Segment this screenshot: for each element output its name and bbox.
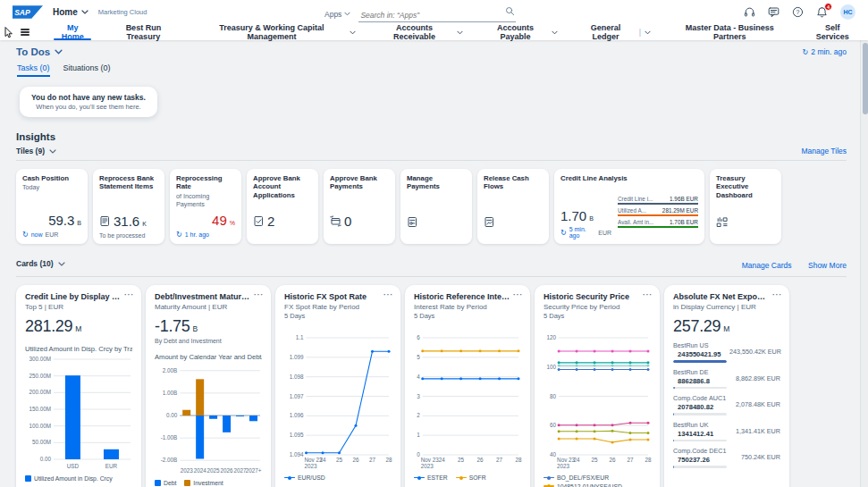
legend-marker — [456, 477, 467, 479]
tile-footer-text: To be processed — [99, 232, 145, 239]
nav-tab-general-ledger[interactable]: General Ledger| — [568, 24, 661, 40]
chart-legend: BO_DEL/FSX/EUR1048512-01/NYSE/USD1048512… — [544, 474, 651, 487]
chevron-down-icon — [552, 30, 558, 35]
scrollbar-thumb[interactable] — [863, 43, 868, 114]
card-kpi: -1.75B — [155, 317, 262, 336]
todo-tab-tasks-0-[interactable]: Tasks (0) — [17, 63, 50, 77]
overflow-menu-button[interactable]: ⋯ — [513, 289, 524, 300]
feedback-icon[interactable] — [768, 6, 780, 18]
todos-refresh-time: 2 min. ago — [811, 47, 847, 56]
insight-card[interactable]: Historic Reference Interest Rate⋯Interes… — [405, 285, 530, 487]
nav-tab-self-services[interactable]: Self Services — [798, 24, 866, 40]
card-timeframe: 5 Days — [544, 312, 651, 320]
svg-text:1: 1 — [417, 432, 420, 438]
tile-footer-text: EUR — [46, 231, 59, 238]
card-subtitle: FX Spot Rate by Period — [284, 303, 392, 311]
nav-tab-best-run-treasury[interactable]: Best Run Treasury — [99, 24, 187, 40]
show-more-link[interactable]: Show More — [808, 261, 847, 270]
help-icon[interactable]: ? — [792, 6, 804, 18]
nav-tab-treasury-working-capital-management[interactable]: Treasury & Working Capital Management — [187, 24, 366, 40]
tile-footer-text: EUR — [598, 230, 611, 236]
cards-group-toggle[interactable]: Cards (10) — [16, 259, 65, 268]
chevron-down-icon — [350, 30, 356, 35]
svg-text:24: 24 — [574, 457, 581, 463]
todos-title[interactable]: To Dos — [16, 46, 63, 57]
tile[interactable]: Credit Line Analysis1.70B↻5 min. agoEURC… — [554, 169, 704, 244]
legend-marker — [544, 477, 554, 479]
side-navigation-toggle[interactable] — [18, 29, 32, 35]
svg-text:3: 3 — [417, 393, 420, 399]
todo-tab-situations-0-[interactable]: Situations (0) — [63, 63, 111, 77]
svg-text:2025: 2025 — [207, 467, 221, 474]
insight-card[interactable]: Credit Line by Display Currency⋯Top 5 | … — [16, 285, 141, 487]
insight-card[interactable]: Historic FX Spot Rate⋯FX Spot Rate by Pe… — [275, 285, 400, 487]
tile[interactable]: Reprocessing Rateof Incoming Payments49%… — [170, 169, 241, 244]
tile[interactable]: Approve Bank Account Applications2 — [247, 169, 318, 244]
nav-tab-master-data-business-partners[interactable]: Master Data - Business Partners — [661, 24, 798, 40]
svg-text:60: 60 — [550, 422, 557, 428]
tile[interactable]: Reprocess Bank Statement Items31.6KTo be… — [93, 169, 164, 244]
svg-text:50.00M: 50.00M — [32, 439, 51, 445]
todos-refresh-button[interactable]: ↻ 2 min. ago — [803, 47, 847, 56]
legend-marker — [184, 480, 190, 486]
svg-text:1.096: 1.096 — [290, 412, 304, 418]
overflow-menu-button[interactable]: ⋯ — [772, 289, 783, 300]
card-title: Historic Security Price — [544, 292, 651, 301]
exposure-company: BestRun US — [673, 341, 727, 349]
legend-label: BO_DEL/FSX/EUR — [557, 474, 609, 481]
legend-label: Investment — [193, 480, 223, 486]
exposure-bar-fill — [673, 466, 674, 468]
manage-tiles-link[interactable]: Manage Tiles — [801, 147, 847, 155]
scrollbar[interactable] — [860, 40, 868, 487]
notifications-button[interactable]: 4 — [816, 6, 828, 18]
search-bar[interactable]: Apps — [324, 5, 516, 22]
tile[interactable]: Treasury Executive Dashboard — [710, 169, 781, 244]
card-subtitle: Security Price by Period — [544, 303, 651, 311]
search-input[interactable] — [358, 10, 516, 22]
refresh-icon: ↻ — [22, 231, 29, 239]
tiles-group-toggle[interactable]: Tiles (9) — [16, 147, 56, 155]
nav-tab-label: Best Run Treasury — [109, 23, 177, 41]
tile[interactable]: Release Cash Flows — [477, 169, 549, 244]
overflow-menu-button[interactable]: ⋯ — [383, 289, 394, 300]
svg-text:2.00B: 2.00B — [163, 367, 177, 374]
svg-text:250.00M: 250.00M — [29, 373, 51, 379]
overflow-menu-button[interactable]: ⋯ — [254, 289, 265, 300]
svg-text:26: 26 — [352, 457, 359, 463]
overflow-menu-button[interactable]: ⋯ — [124, 289, 135, 300]
home-menu-button[interactable]: Home — [53, 7, 88, 17]
card-timeframe: 5 Days — [414, 312, 521, 320]
tile-footer — [407, 231, 466, 239]
tile-value: 1.70 — [560, 209, 586, 223]
tile-footer: ↻1 hr. ago — [176, 231, 235, 239]
overflow-menu-button[interactable]: ⋯ — [643, 289, 653, 300]
notification-badge: 4 — [824, 3, 832, 11]
cash-flow-icon — [484, 216, 495, 228]
tile[interactable]: Approve Bank Payments0 — [324, 169, 395, 244]
fx_spot-line-chart: 1.11.0991.0981.0971.0961.0951.094Nov 232… — [284, 333, 392, 469]
nav-tab-my-home[interactable]: My Home — [46, 24, 99, 40]
nav-tab-accounts-payable[interactable]: Accounts Payable — [473, 24, 569, 40]
svg-text:2023: 2023 — [181, 467, 194, 474]
tile[interactable]: Cash PositionToday59.3B↻nowEUR — [16, 169, 88, 244]
svg-text:SAP: SAP — [14, 8, 30, 17]
card-kpi: 257.29M — [673, 317, 780, 336]
svg-text:40: 40 — [550, 451, 557, 458]
exposure-row: BestRun UK1341412.411,341.41K EUR — [673, 421, 780, 442]
avatar[interactable]: HC — [840, 4, 855, 20]
search-scope-select[interactable]: Apps — [324, 10, 350, 19]
insights-section: Insights Tiles (9) Manage Tiles Cash Pos… — [16, 131, 847, 244]
tile[interactable]: Manage Payments — [400, 169, 472, 244]
search-icon[interactable] — [505, 6, 515, 16]
manage-cards-link[interactable]: Manage Cards — [742, 261, 792, 270]
insight-card[interactable]: Historic Security Price⋯Security Price b… — [535, 285, 660, 487]
insight-card[interactable]: Absolute FX Net Exposure⋯in Display Curr… — [664, 285, 789, 487]
chart-section-label: Utilized Amount in Disp. Crcy by Tra... — [25, 345, 132, 353]
support-headset-icon[interactable] — [744, 6, 755, 18]
sap-logo[interactable]: SAP — [13, 5, 43, 19]
insight-card[interactable]: Debt/Investment Maturity Profile⋯Maturit… — [146, 285, 271, 487]
tile-title: Reprocess Bank Statement Items — [99, 174, 158, 191]
svg-text:2026: 2026 — [221, 467, 234, 474]
svg-text:25: 25 — [458, 457, 465, 463]
nav-tab-accounts-receivable[interactable]: Accounts Receivable — [366, 24, 472, 40]
